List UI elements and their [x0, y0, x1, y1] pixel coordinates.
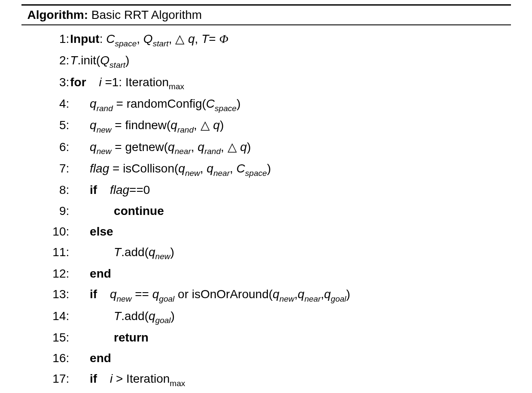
algo-line: 13 : if qnew == qgoal or isOnOrAround(qn… [21, 284, 511, 305]
algo-line: 4 : qrand = randomConfig(Cspace) [21, 94, 511, 115]
line-number: 15 [46, 327, 66, 348]
line-content: T.add(qgoal) [70, 306, 511, 327]
line-number: 9 [46, 201, 66, 221]
algo-line: 16 : end [21, 348, 511, 369]
algo-line: 11 : T.add(qnew) [21, 242, 511, 263]
line-content: T.init(Qstart) [70, 50, 511, 72]
algo-line: 8 : if flag==0 [21, 180, 511, 200]
algorithm-block: Algorithm: Basic RRT Algorithm 1 : Input… [21, 4, 511, 393]
algo-line: 12 : end [21, 263, 511, 284]
line-content: return [70, 327, 511, 348]
algo-line: 3 : for i =1: Iterationmax [21, 72, 511, 94]
line-number: 5 [46, 115, 66, 136]
algorithm-header: Algorithm: Basic RRT Algorithm [21, 6, 511, 24]
line-content: T.add(qnew) [70, 242, 511, 263]
line-content: end [70, 263, 511, 284]
algo-line: 1 : Input: Cspace, Qstart, △ q, T= Φ [21, 29, 511, 50]
line-number: 8 [46, 180, 66, 200]
line-content: qnew = findnew(qrand, △ q) [70, 115, 511, 136]
line-number: 4 [46, 94, 66, 114]
line-content: if qnew == qgoal or isOnOrAround(qnew,qn… [70, 284, 511, 305]
algo-line: 10 : else [21, 221, 511, 242]
algo-line: 2 : T.init(Qstart) [21, 50, 511, 72]
header-label: Algorithm: [27, 8, 88, 21]
algorithm-body: 1 : Input: Cspace, Qstart, △ q, T= Φ 2 :… [21, 25, 511, 393]
line-number: 12 [46, 263, 66, 284]
line-content: end [70, 348, 511, 369]
algo-line: 15 : return [21, 327, 511, 348]
line-content: else [70, 221, 511, 242]
algo-line: 7 : flag = isCollison(qnew, qnear, Cspac… [21, 158, 511, 180]
line-number: 16 [46, 348, 66, 369]
line-content: for i =1: Iterationmax [70, 72, 511, 94]
line-number: 13 [46, 284, 66, 305]
line-number: 6 [46, 137, 66, 157]
algo-line: 9 : continue [21, 201, 511, 221]
header-title: Basic RRT Algorithm [91, 8, 202, 21]
line-number: 1 [46, 29, 66, 49]
algo-line: 17 : if i > Iterationmax [21, 369, 511, 390]
line-content: if i > Iterationmax [70, 369, 511, 390]
line-number: 11 [46, 242, 66, 263]
line-number: 17 [46, 369, 66, 389]
line-content: qrand = randomConfig(Cspace) [70, 94, 511, 115]
algo-line: 6 : qnew = getnew(qnear, qrand, △ q) [21, 137, 511, 158]
line-content: flag = isCollison(qnew, qnear, Cspace) [70, 158, 511, 180]
line-number: 3 [46, 72, 66, 93]
line-content: continue [70, 201, 511, 221]
line-number: 14 [46, 306, 66, 326]
algo-line: 14 : T.add(qgoal) [21, 306, 511, 327]
line-content: Input: Cspace, Qstart, △ q, T= Φ [70, 29, 511, 50]
line-number: 10 [46, 221, 66, 242]
line-content: qnew = getnew(qnear, qrand, △ q) [70, 137, 511, 158]
line-number: 7 [46, 158, 66, 179]
line-number: 2 [46, 50, 66, 71]
algo-line: 5 : qnew = findnew(qrand, △ q) [21, 115, 511, 136]
line-content: if flag==0 [70, 180, 511, 200]
